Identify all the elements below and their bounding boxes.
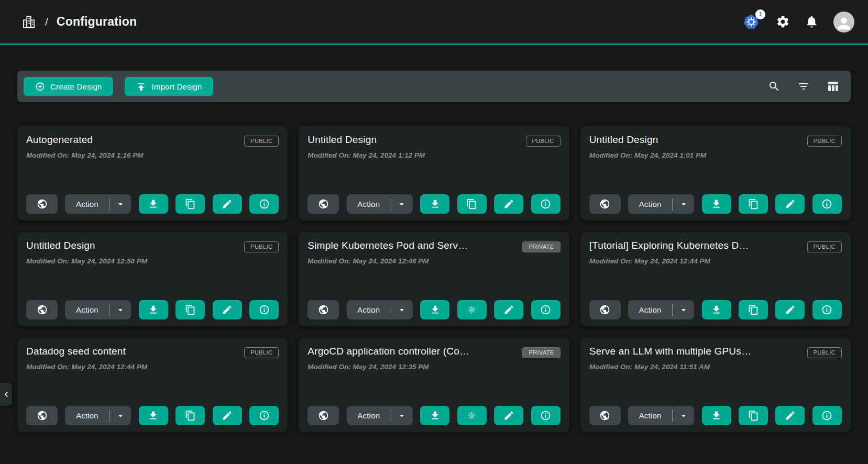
- clone-button[interactable]: [175, 300, 205, 319]
- action-dropdown-button[interactable]: [673, 300, 694, 319]
- import-design-button[interactable]: Import Design: [125, 77, 213, 96]
- design-grid: Autogenerated PUBLIC Modified On: May 24…: [17, 126, 851, 432]
- visibility-globe-button[interactable]: [26, 300, 58, 319]
- edit-button[interactable]: [494, 406, 523, 425]
- info-button[interactable]: [812, 300, 842, 319]
- info-button[interactable]: [531, 300, 561, 319]
- globe-icon: [318, 304, 329, 315]
- action-split-button: Action: [65, 406, 131, 425]
- create-design-button[interactable]: Create Design: [24, 77, 113, 96]
- globe-icon: [37, 304, 48, 315]
- modified-on: Modified On: May 24, 2024 1:16 PM: [26, 151, 279, 159]
- chevron-down-icon: [678, 305, 689, 315]
- clone-button[interactable]: [457, 194, 487, 214]
- edit-button[interactable]: [775, 406, 805, 425]
- search-icon[interactable]: [768, 80, 781, 93]
- design-title: Untitled Design: [26, 240, 95, 251]
- download-button[interactable]: [702, 406, 731, 425]
- clone-button[interactable]: [739, 300, 768, 319]
- info-button[interactable]: [249, 406, 279, 425]
- download-button[interactable]: [139, 406, 168, 425]
- design-spiral-button[interactable]: [457, 406, 487, 425]
- visibility-badge: PRIVATE: [522, 347, 560, 358]
- info-button[interactable]: [249, 300, 279, 319]
- design-spiral-button[interactable]: [457, 300, 487, 319]
- download-icon: [430, 304, 441, 315]
- clone-button[interactable]: [739, 194, 768, 214]
- edit-button[interactable]: [213, 406, 242, 425]
- visibility-globe-button[interactable]: [589, 194, 621, 214]
- settings-gear-icon[interactable]: [776, 15, 790, 29]
- design-title: Untitled Design: [307, 134, 377, 146]
- visibility-globe-button[interactable]: [589, 406, 621, 425]
- edit-button[interactable]: [494, 300, 523, 319]
- download-button[interactable]: [420, 300, 449, 319]
- action-dropdown-button[interactable]: [673, 194, 694, 214]
- notifications-bell-icon[interactable]: [805, 15, 819, 29]
- visibility-globe-button[interactable]: [307, 194, 339, 214]
- edit-button[interactable]: [213, 300, 242, 319]
- info-button[interactable]: [812, 194, 842, 214]
- visibility-globe-button[interactable]: [307, 300, 339, 319]
- action-button[interactable]: Action: [628, 406, 672, 425]
- action-button[interactable]: Action: [65, 300, 109, 319]
- edit-pencil-icon: [222, 410, 233, 421]
- info-button[interactable]: [249, 194, 279, 214]
- clone-button[interactable]: [175, 406, 205, 425]
- action-button[interactable]: Action: [347, 194, 391, 214]
- edit-button[interactable]: [775, 194, 805, 214]
- action-split-button: Action: [628, 300, 694, 319]
- visibility-globe-button[interactable]: [589, 300, 621, 319]
- action-dropdown-button[interactable]: [391, 406, 413, 425]
- download-button[interactable]: [139, 194, 168, 214]
- edit-button[interactable]: [494, 194, 523, 214]
- design-card: Serve an LLM with multiple GPUs… PUBLIC …: [580, 338, 851, 432]
- visibility-badge: PUBLIC: [807, 136, 842, 147]
- action-dropdown-button[interactable]: [391, 300, 413, 319]
- modified-on: Modified On: May 24, 2024 12:35 PM: [307, 363, 560, 371]
- action-button[interactable]: Action: [65, 406, 109, 425]
- edit-button[interactable]: [775, 300, 805, 319]
- action-dropdown-button[interactable]: [391, 194, 413, 214]
- action-dropdown-button[interactable]: [109, 194, 131, 214]
- edit-pencil-icon: [222, 198, 233, 209]
- action-button-label: Action: [639, 200, 662, 208]
- user-avatar[interactable]: [833, 12, 854, 32]
- info-button[interactable]: [812, 406, 842, 425]
- edit-button[interactable]: [213, 194, 242, 214]
- action-button[interactable]: Action: [628, 194, 672, 214]
- action-dropdown-button[interactable]: [109, 406, 131, 425]
- clone-button[interactable]: [739, 406, 768, 425]
- download-button[interactable]: [139, 300, 168, 319]
- filter-icon[interactable]: [797, 80, 810, 93]
- clone-button[interactable]: [175, 194, 205, 214]
- chevron-left-icon: [1, 389, 12, 400]
- visibility-globe-button[interactable]: [26, 406, 58, 425]
- action-button[interactable]: Action: [65, 194, 109, 214]
- action-button[interactable]: Action: [347, 406, 391, 425]
- download-button[interactable]: [702, 300, 731, 319]
- action-split-button: Action: [65, 300, 131, 319]
- action-button[interactable]: Action: [347, 300, 391, 319]
- kubernetes-context-button[interactable]: 1: [742, 13, 761, 31]
- clone-copy-icon: [748, 198, 759, 209]
- download-button[interactable]: [420, 194, 449, 214]
- chevron-down-icon: [678, 411, 689, 421]
- download-button[interactable]: [420, 406, 449, 425]
- visibility-globe-button[interactable]: [307, 406, 339, 425]
- info-icon: [259, 410, 270, 421]
- action-button[interactable]: Action: [628, 300, 672, 319]
- modified-on: Modified On: May 24, 2024 12:44 PM: [589, 257, 842, 265]
- chevron-down-icon: [397, 199, 407, 209]
- action-dropdown-button[interactable]: [673, 406, 694, 425]
- table-view-icon[interactable]: [827, 80, 839, 93]
- visibility-globe-button[interactable]: [26, 194, 58, 214]
- info-button[interactable]: [531, 406, 561, 425]
- design-card: Autogenerated PUBLIC Modified On: May 24…: [17, 126, 288, 220]
- action-dropdown-button[interactable]: [109, 300, 131, 319]
- download-button[interactable]: [702, 194, 731, 214]
- info-button[interactable]: [531, 194, 561, 214]
- sidebar-collapse-button[interactable]: [0, 383, 12, 406]
- clone-copy-icon: [185, 198, 196, 209]
- action-button-label: Action: [639, 305, 662, 314]
